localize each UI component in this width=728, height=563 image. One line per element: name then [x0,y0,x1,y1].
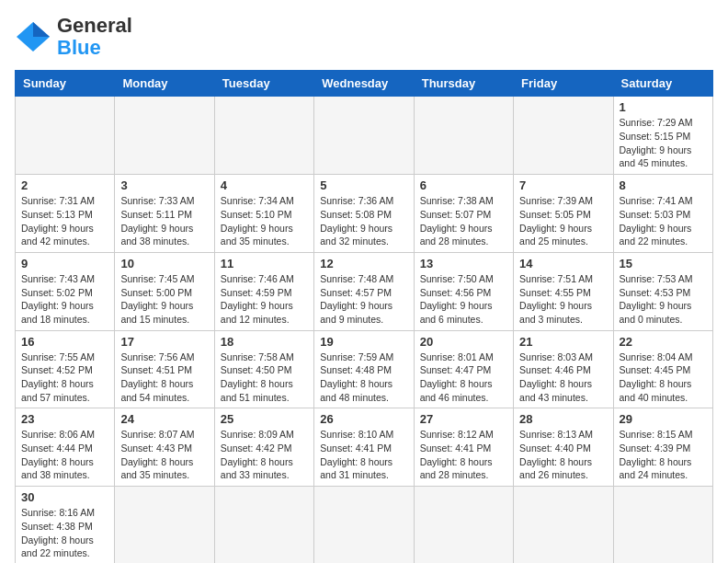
day-number: 27 [420,412,507,426]
day-info: Sunrise: 7:34 AM Sunset: 5:10 PM Dayligh… [221,194,308,248]
calendar-cell: 29Sunrise: 8:15 AM Sunset: 4:39 PM Dayli… [613,408,712,487]
day-number: 21 [519,335,607,349]
calendar-week-3: 16Sunrise: 7:55 AM Sunset: 4:52 PM Dayli… [16,330,713,408]
calendar-cell: 20Sunrise: 8:01 AM Sunset: 4:47 PM Dayli… [414,330,513,408]
day-info: Sunrise: 7:56 AM Sunset: 4:51 PM Dayligh… [120,350,208,405]
day-number: 8 [620,178,707,192]
logo-icon [15,20,51,53]
calendar-week-2: 9Sunrise: 7:43 AM Sunset: 5:02 PM Daylig… [16,252,713,330]
day-number: 17 [120,335,208,349]
weekday-header-friday: Friday [514,71,613,97]
calendar-cell: 16Sunrise: 7:55 AM Sunset: 4:52 PM Dayli… [16,330,115,408]
calendar-week-4: 23Sunrise: 8:06 AM Sunset: 4:44 PM Dayli… [16,408,713,487]
day-number: 29 [620,412,707,426]
calendar-cell: 10Sunrise: 7:45 AM Sunset: 5:00 PM Dayli… [115,252,214,330]
day-info: Sunrise: 8:10 AM Sunset: 4:41 PM Dayligh… [320,428,407,482]
calendar-cell: 30Sunrise: 8:16 AM Sunset: 4:38 PM Dayli… [16,487,115,563]
day-info: Sunrise: 7:38 AM Sunset: 5:07 PM Dayligh… [420,194,507,248]
day-number: 20 [420,335,507,349]
day-info: Sunrise: 8:01 AM Sunset: 4:47 PM Dayligh… [420,350,507,405]
day-number: 19 [320,335,407,349]
calendar-cell: 12Sunrise: 7:48 AM Sunset: 4:57 PM Dayli… [314,252,414,330]
day-number: 4 [221,178,308,192]
day-info: Sunrise: 8:12 AM Sunset: 4:41 PM Dayligh… [420,428,507,482]
day-info: Sunrise: 7:55 AM Sunset: 4:52 PM Dayligh… [21,350,108,405]
day-number: 18 [221,335,308,349]
calendar-cell: 21Sunrise: 8:03 AM Sunset: 4:46 PM Dayli… [514,330,613,408]
day-number: 30 [21,490,108,504]
calendar-cell [214,97,313,175]
day-info: Sunrise: 7:31 AM Sunset: 5:13 PM Dayligh… [21,194,108,248]
day-info: Sunrise: 7:51 AM Sunset: 4:55 PM Dayligh… [519,272,607,327]
day-number: 26 [320,412,407,426]
weekday-header-monday: Monday [115,71,214,97]
day-number: 16 [21,335,108,349]
calendar-cell [414,97,513,175]
calendar-cell: 11Sunrise: 7:46 AM Sunset: 4:59 PM Dayli… [214,252,313,330]
calendar-cell [115,487,214,563]
day-info: Sunrise: 7:29 AM Sunset: 5:15 PM Dayligh… [620,116,707,170]
day-number: 1 [620,100,707,114]
day-info: Sunrise: 8:13 AM Sunset: 4:40 PM Dayligh… [519,428,607,482]
calendar-cell [613,487,712,563]
day-info: Sunrise: 7:53 AM Sunset: 4:53 PM Dayligh… [620,272,707,327]
calendar-cell: 13Sunrise: 7:50 AM Sunset: 4:56 PM Dayli… [414,252,513,330]
calendar-cell: 1Sunrise: 7:29 AM Sunset: 5:15 PM Daylig… [613,97,712,175]
calendar-cell: 27Sunrise: 8:12 AM Sunset: 4:41 PM Dayli… [414,408,513,487]
day-info: Sunrise: 7:41 AM Sunset: 5:03 PM Dayligh… [620,194,707,248]
day-info: Sunrise: 7:43 AM Sunset: 5:02 PM Dayligh… [21,272,108,327]
day-info: Sunrise: 8:07 AM Sunset: 4:43 PM Dayligh… [120,428,208,482]
day-info: Sunrise: 7:39 AM Sunset: 5:05 PM Dayligh… [519,194,607,248]
calendar-cell: 25Sunrise: 8:09 AM Sunset: 4:42 PM Dayli… [214,408,313,487]
page-header: GeneralBlue [15,15,713,59]
day-number: 23 [21,412,108,426]
day-info: Sunrise: 7:33 AM Sunset: 5:11 PM Dayligh… [120,194,208,248]
calendar-cell [314,487,414,563]
day-number: 25 [221,412,308,426]
calendar-cell: 26Sunrise: 8:10 AM Sunset: 4:41 PM Dayli… [314,408,414,487]
calendar-cell: 4Sunrise: 7:34 AM Sunset: 5:10 PM Daylig… [214,175,313,253]
calendar-table: SundayMondayTuesdayWednesdayThursdayFrid… [15,70,713,563]
weekday-header-thursday: Thursday [414,71,513,97]
day-info: Sunrise: 8:04 AM Sunset: 4:45 PM Dayligh… [620,350,707,405]
day-number: 14 [519,257,607,270]
calendar-cell: 9Sunrise: 7:43 AM Sunset: 5:02 PM Daylig… [16,252,115,330]
logo: GeneralBlue [15,15,132,59]
day-info: Sunrise: 7:45 AM Sunset: 5:00 PM Dayligh… [120,272,208,327]
day-info: Sunrise: 8:16 AM Sunset: 4:38 PM Dayligh… [21,506,108,560]
calendar-cell: 8Sunrise: 7:41 AM Sunset: 5:03 PM Daylig… [613,175,712,253]
calendar-cell: 22Sunrise: 8:04 AM Sunset: 4:45 PM Dayli… [613,330,712,408]
weekday-header-saturday: Saturday [613,71,712,97]
day-number: 13 [420,257,507,270]
day-number: 11 [221,257,308,270]
day-info: Sunrise: 7:46 AM Sunset: 4:59 PM Dayligh… [221,272,308,327]
calendar-cell [314,97,414,175]
calendar-cell [115,97,214,175]
calendar-week-0: 1Sunrise: 7:29 AM Sunset: 5:15 PM Daylig… [16,97,713,175]
calendar-cell: 18Sunrise: 7:58 AM Sunset: 4:50 PM Dayli… [214,330,313,408]
svg-marker-1 [33,22,50,37]
calendar-cell: 5Sunrise: 7:36 AM Sunset: 5:08 PM Daylig… [314,175,414,253]
calendar-cell: 3Sunrise: 7:33 AM Sunset: 5:11 PM Daylig… [115,175,214,253]
day-number: 3 [120,178,208,192]
day-info: Sunrise: 8:15 AM Sunset: 4:39 PM Dayligh… [620,428,707,482]
weekday-header-row: SundayMondayTuesdayWednesdayThursdayFrid… [16,71,713,97]
calendar-cell: 15Sunrise: 7:53 AM Sunset: 4:53 PM Dayli… [613,252,712,330]
weekday-header-wednesday: Wednesday [314,71,414,97]
day-number: 24 [120,412,208,426]
calendar-week-1: 2Sunrise: 7:31 AM Sunset: 5:13 PM Daylig… [16,175,713,253]
day-info: Sunrise: 8:06 AM Sunset: 4:44 PM Dayligh… [21,428,108,482]
day-info: Sunrise: 7:59 AM Sunset: 4:48 PM Dayligh… [320,350,407,405]
calendar-cell: 14Sunrise: 7:51 AM Sunset: 4:55 PM Dayli… [514,252,613,330]
day-number: 2 [21,178,108,192]
logo-text: GeneralBlue [57,15,132,59]
calendar-cell: 2Sunrise: 7:31 AM Sunset: 5:13 PM Daylig… [16,175,115,253]
calendar-cell [514,97,613,175]
day-number: 15 [620,257,707,270]
calendar-cell [414,487,513,563]
calendar-cell: 19Sunrise: 7:59 AM Sunset: 4:48 PM Dayli… [314,330,414,408]
day-number: 12 [320,257,407,270]
calendar-cell: 28Sunrise: 8:13 AM Sunset: 4:40 PM Dayli… [514,408,613,487]
day-info: Sunrise: 7:48 AM Sunset: 4:57 PM Dayligh… [320,272,407,327]
day-info: Sunrise: 7:58 AM Sunset: 4:50 PM Dayligh… [221,350,308,405]
